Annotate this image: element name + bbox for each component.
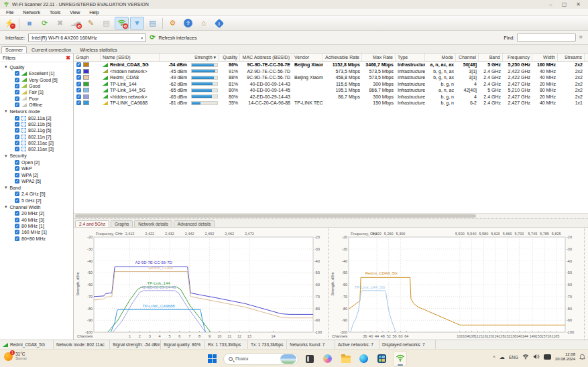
export-icon[interactable]: ▤ [99, 17, 113, 29]
filter-item[interactable]: ✓5 GHz [2] [0, 198, 73, 204]
checkbox-checked-icon[interactable]: ✓ [15, 84, 19, 88]
filter-item[interactable]: ✓WPA2 [5] [0, 178, 73, 184]
tab-scanner[interactable]: Scanner [1, 46, 27, 53]
filter-item[interactable]: ✓Poor [0, 96, 73, 102]
column-header-channel[interactable]: Channel [456, 54, 479, 61]
column-header-max-rate[interactable]: Max Rate [362, 54, 396, 61]
checkbox-checked-icon[interactable]: ✓ [15, 179, 19, 184]
checkbox-checked-icon[interactable]: ✓ [76, 75, 81, 80]
filter-item[interactable]: ✓80+80 MHz [0, 236, 73, 242]
filter-item[interactable]: ✓80 MHz [1] [0, 223, 73, 229]
about-icon[interactable]: i [212, 17, 226, 29]
start-button[interactable] [205, 351, 219, 366]
checkbox-checked-icon[interactable]: ✓ [15, 102, 19, 107]
table-row[interactable]: ✓TP-LINK_CA9688-81 dBm35%14-CC-20-CA-96-… [74, 100, 588, 106]
maximize-icon[interactable]: ▢ [562, 1, 567, 8]
filter-icon[interactable]: ▼ [130, 17, 144, 29]
onedrive-cloud-icon[interactable]: ☁ [499, 354, 505, 360]
filter-item[interactable]: ✓802.11ax [3] [0, 146, 73, 152]
menu-help[interactable]: Help [84, 10, 103, 15]
column-header-band[interactable]: Band [479, 54, 503, 61]
speaker-icon[interactable] [533, 354, 540, 360]
filter-item[interactable]: ✓802.11b [5] [0, 121, 73, 127]
filter-item[interactable]: ✓160 MHz [1] [0, 229, 73, 235]
filter-item[interactable]: ✓802.11ac [2] [0, 140, 73, 146]
column-header-width[interactable]: Width [532, 54, 558, 61]
table-row[interactable]: ✓TP-Link_144-62 dBm81%40-ED-00-09-14-431… [74, 81, 588, 88]
checkbox-checked-icon[interactable]: ✓ [15, 78, 19, 82]
checkbox-checked-icon[interactable]: ✓ [15, 122, 19, 127]
filter-group-network-mode[interactable]: ▾Network mode [0, 108, 73, 115]
bottom-tab-network-details[interactable]: Network details [134, 220, 172, 227]
bottom-tab-advanced-details[interactable]: Advanced details [174, 220, 215, 227]
column-header-mac-address-bssid-[interactable]: MAC Address (BSSID) [240, 54, 292, 61]
column-header-name-ssid-[interactable]: Name (SSID) [101, 54, 160, 61]
checkbox-checked-icon[interactable]: ✓ [76, 62, 81, 67]
column-header-graph[interactable]: Graph [74, 54, 101, 61]
filter-group-security[interactable]: ▾Security [0, 153, 73, 159]
charts-splitter[interactable] [584, 228, 588, 340]
wifi-stop-icon[interactable]: ⊘ [115, 17, 129, 29]
table-row[interactable]: ✓Redmi_CDA8_5G-54 dBm86%9C-9D-7E-CC-56-7… [74, 62, 588, 68]
filter-item[interactable]: ✓Excellent [1] [0, 70, 73, 76]
details-icon[interactable]: ▤ [145, 17, 160, 29]
checkbox-checked-icon[interactable]: ✓ [15, 135, 19, 139]
checkbox-checked-icon[interactable]: ✓ [15, 141, 19, 145]
checkbox-checked-icon[interactable]: ✓ [76, 88, 81, 92]
menu-tools[interactable]: Tools [45, 10, 65, 15]
table-row[interactable]: ✓Redmi_CDA8-49 dBm88%9C-9D-7E-CC-56-7DBe… [74, 74, 588, 81]
tab-current-connection[interactable]: Current connection [27, 46, 75, 53]
table-row[interactable]: ✓TP-Link_144_5G-65 dBm80%40-ED-00-09-14-… [74, 87, 588, 94]
close-icon[interactable]: ✕ [576, 1, 581, 8]
checkbox-checked-icon[interactable]: ✓ [76, 69, 81, 74]
interface-select[interactable]: Intel(R) Wi-Fi 6 AX200 160MHz ▾ [28, 33, 146, 42]
checkbox-checked-icon[interactable]: ✓ [15, 224, 19, 228]
column-header-streams[interactable]: Streams [558, 54, 585, 61]
wifi-icon[interactable] [522, 354, 529, 361]
menu-view[interactable]: View [65, 10, 84, 15]
checkbox-checked-icon[interactable]: ✓ [15, 198, 19, 203]
checkbox-checked-icon[interactable]: ✓ [76, 94, 81, 99]
settings-icon[interactable]: ⚙ [166, 17, 180, 29]
checkbox-checked-icon[interactable]: ✓ [15, 116, 19, 121]
column-header-quality[interactable]: Quality [219, 54, 240, 61]
find-input[interactable] [517, 33, 576, 42]
task-view-button[interactable] [302, 351, 316, 366]
table-header[interactable]: GraphName (SSID)Strength ▾QualityMAC Add… [74, 54, 588, 62]
search-highlight-thumbnail[interactable] [280, 354, 296, 364]
notification-bell-icon[interactable] [579, 354, 585, 361]
checkbox-checked-icon[interactable]: ✓ [15, 71, 19, 76]
filter-item[interactable]: ✓2.4 GHz [5] [0, 191, 73, 197]
checkbox-checked-icon[interactable]: ✓ [15, 160, 19, 165]
table-row[interactable]: ✓<hidden network>-65 dBm80%42-ED-00-29-1… [74, 94, 588, 100]
checkbox-checked-icon[interactable]: ✓ [15, 166, 19, 171]
filter-group-band[interactable]: ▾Band [0, 184, 73, 191]
column-header-mode[interactable]: Mode [425, 54, 456, 61]
signal-level-icon[interactable]: ▂▄▆⊘ [68, 17, 82, 29]
checkbox-checked-icon[interactable]: ✓ [76, 100, 81, 105]
copilot-button[interactable] [320, 351, 335, 366]
filter-item[interactable]: ✓802.11n [7] [0, 134, 73, 140]
filter-item[interactable]: ✓Good [0, 83, 73, 89]
clean-icon[interactable]: ✎ [84, 17, 98, 29]
home-icon[interactable]: ⌂ [196, 17, 211, 29]
filter-item[interactable]: ✓802.11g [5] [0, 127, 73, 133]
filter-item[interactable]: ✓20 MHz [2] [0, 210, 73, 216]
filter-item[interactable]: ✓WPA [2] [0, 171, 73, 177]
filter-group-channel-width[interactable]: ▾Channel Width [0, 204, 73, 210]
delete-icon[interactable]: ✖ [53, 17, 67, 29]
column-header-achievable-rate[interactable]: Achievable Rate [323, 54, 362, 61]
column-header-strength[interactable]: Strength ▾ [160, 54, 219, 61]
checkbox-checked-icon[interactable]: ✓ [15, 147, 19, 151]
menu-network[interactable]: Network [18, 10, 45, 15]
filter-item[interactable]: ✓Fair [1] [0, 89, 73, 95]
edge-button[interactable] [357, 351, 371, 366]
checkbox-checked-icon[interactable]: ✓ [15, 218, 19, 222]
checkbox-checked-icon[interactable]: ✓ [15, 192, 19, 196]
stop-scan-icon[interactable]: ⚡− [2, 17, 16, 29]
device-icon[interactable] [544, 354, 551, 360]
checkbox-checked-icon[interactable]: ✓ [76, 82, 81, 86]
close-filters-icon[interactable]: ✖ [66, 55, 70, 61]
store-button[interactable] [375, 351, 389, 366]
checkbox-checked-icon[interactable]: ✓ [15, 211, 19, 216]
